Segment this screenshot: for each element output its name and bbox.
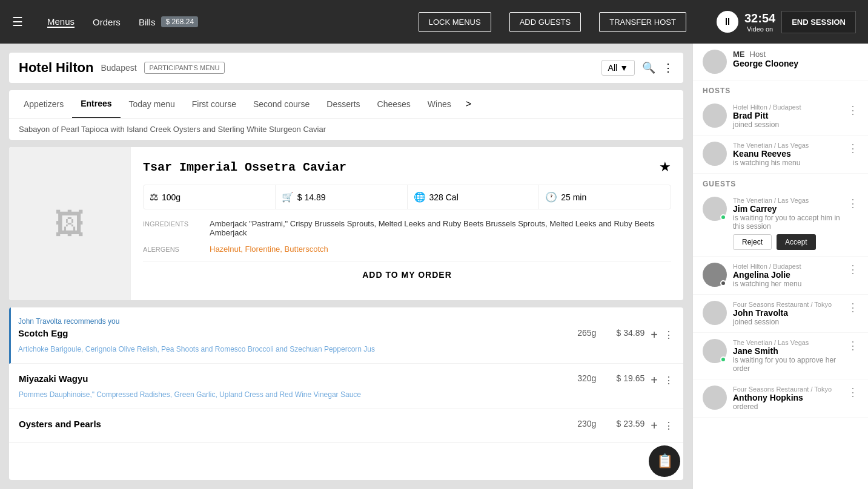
item-weight: 265g bbox=[560, 328, 596, 338]
main-layout: Hotel Hilton Budapest PARTICIPANT'S MENU… bbox=[0, 44, 868, 489]
item-name: Miyazaki Wagyu bbox=[19, 373, 554, 384]
participant-more-button[interactable]: ⋮ bbox=[847, 142, 858, 155]
tab-subtitle: Sabayon of Pearl Tapioca with Island Cre… bbox=[9, 119, 683, 140]
floating-order-button[interactable]: 📋 bbox=[649, 445, 680, 477]
participant-info: ME Host George Clooney bbox=[733, 50, 858, 68]
dish-price-stat: 🛒 $ 14.89 bbox=[276, 185, 408, 209]
accept-button[interactable]: Accept bbox=[777, 234, 816, 250]
participant-more-button[interactable]: ⋮ bbox=[847, 301, 858, 314]
participant-item: The Venetian / Las Vegas Jane Smith is w… bbox=[693, 333, 868, 379]
more-options-button[interactable]: ⋮ bbox=[663, 61, 674, 74]
participant-more-button[interactable]: ⋮ bbox=[847, 339, 858, 352]
participant-more-button[interactable]: ⋮ bbox=[847, 197, 858, 210]
me-label: ME bbox=[733, 50, 745, 59]
participant-info: The Venetian / Las Vegas Keanu Reeves is… bbox=[733, 142, 841, 167]
participant-more-button[interactable]: ⋮ bbox=[847, 386, 858, 399]
item-weight: 320g bbox=[560, 373, 596, 383]
dish-stats: ⚖ 100g 🛒 $ 14.89 🌐 328 Cal 🕐 25 min bbox=[143, 185, 671, 209]
participant-status: joined session bbox=[733, 318, 841, 326]
hotel-name: Hotel Hilton bbox=[19, 60, 93, 76]
add-guests-button[interactable]: ADD GUESTS bbox=[509, 12, 581, 32]
list-item: Oysters and Pearls 230g $ 23.59 + ⋮ bbox=[9, 409, 683, 443]
timer-section: ⏸ 32:54 Video on END SESSION bbox=[717, 11, 856, 33]
dish-calories: 328 Cal bbox=[429, 192, 459, 202]
participant-name: Brad Pitt bbox=[733, 111, 841, 120]
pause-button[interactable]: ⏸ bbox=[717, 11, 738, 33]
nav-orders[interactable]: Orders bbox=[93, 17, 121, 27]
participant-info: Four Seasons Restaurant / Tokyo Anthony … bbox=[733, 386, 841, 411]
tab-cheeses[interactable]: Cheeses bbox=[369, 91, 419, 117]
list-item: Miyazaki Wagyu 320g $ 19.65 + ⋮ Pommes D… bbox=[9, 364, 683, 409]
participant-more-button[interactable]: ⋮ bbox=[847, 103, 858, 117]
hamburger-icon[interactable]: ☰ bbox=[12, 15, 23, 29]
participant-venue: The Venetian / Las Vegas bbox=[733, 142, 841, 149]
nav-menus[interactable]: Menus bbox=[47, 16, 75, 28]
tab-entrees[interactable]: Entrees bbox=[72, 90, 120, 118]
participant-info: Hotel Hilton / Budapest Angelina Jolie i… bbox=[733, 263, 841, 288]
featured-dish-card: 🖼 Tsar Imperial Ossetra Caviar ★ ⚖ 100g … bbox=[9, 147, 683, 300]
participant-item: Hotel Hilton / Budapest Angelina Jolie i… bbox=[693, 257, 868, 295]
item-add-button[interactable]: + bbox=[651, 373, 658, 387]
participant-name: Angelina Jolie bbox=[733, 270, 841, 280]
favorite-button[interactable]: ★ bbox=[659, 159, 671, 175]
item-price: $ 23.59 bbox=[602, 419, 644, 428]
avatar bbox=[703, 197, 727, 221]
participant-item: Hotel Hilton / Budapest Brad Pitt joined… bbox=[693, 97, 868, 136]
guests-section-header: GUESTS bbox=[693, 174, 868, 191]
end-session-button[interactable]: END SESSION bbox=[781, 11, 856, 33]
lock-menus-button[interactable]: LOCK MENUS bbox=[419, 12, 491, 32]
tab-wines[interactable]: Wines bbox=[419, 91, 460, 117]
recommendation-text: John Travolta recommends you bbox=[18, 317, 674, 326]
tabs-more-button[interactable]: > bbox=[460, 90, 477, 118]
dish-title: Tsar Imperial Ossetra Caviar bbox=[143, 160, 346, 174]
item-add-button[interactable]: + bbox=[651, 419, 658, 433]
item-price: $ 19.65 bbox=[602, 373, 644, 383]
tab-appetizers[interactable]: Appetizers bbox=[15, 91, 72, 117]
tab-second-course[interactable]: Second course bbox=[245, 91, 318, 117]
search-button[interactable]: 🔍 bbox=[642, 61, 655, 74]
dish-title-row: Tsar Imperial Ossetra Caviar ★ bbox=[143, 159, 671, 175]
participant-more-button[interactable]: ⋮ bbox=[847, 263, 858, 276]
participant-name: John Travolta bbox=[733, 308, 841, 318]
item-add-button[interactable]: + bbox=[651, 328, 658, 342]
item-more-button[interactable]: ⋮ bbox=[664, 375, 674, 386]
item-actions: + ⋮ bbox=[651, 328, 674, 342]
participant-info: Four Seasons Restaurant / Tokyo John Tra… bbox=[733, 301, 841, 326]
participant-venue: Hotel Hilton / Budapest bbox=[733, 103, 841, 111]
item-row: Oysters and Pearls 230g $ 23.59 + ⋮ bbox=[19, 419, 674, 433]
avatar bbox=[703, 339, 727, 363]
tabs-bar: Appetizers Entrees Today menu First cour… bbox=[9, 90, 683, 119]
hotel-location: Budapest bbox=[101, 63, 136, 73]
hotel-header: Hotel Hilton Budapest PARTICIPANT'S MENU… bbox=[9, 53, 683, 83]
ingredients-value: Amberjack "Pastrami," Crispy Brussels Sp… bbox=[210, 219, 671, 237]
item-name: Scotch Egg bbox=[18, 328, 554, 338]
transfer-host-button[interactable]: TRANSFER HOST bbox=[599, 12, 686, 32]
participant-status: is waiting for you to approve her order bbox=[733, 356, 841, 373]
tab-first-course[interactable]: First course bbox=[184, 91, 245, 117]
avatar bbox=[703, 50, 727, 74]
hosts-section-header: HOSTS bbox=[693, 80, 868, 97]
avatar bbox=[703, 301, 727, 325]
bill-amount-badge: $ 268.24 bbox=[161, 16, 198, 27]
item-name: Oysters and Pearls bbox=[19, 419, 554, 429]
item-more-button[interactable]: ⋮ bbox=[664, 329, 674, 341]
filter-dropdown[interactable]: All ▼ bbox=[601, 60, 635, 76]
timer-info: 32:54 Video on bbox=[744, 11, 775, 33]
item-weight: 230g bbox=[560, 419, 596, 428]
nav-bills[interactable]: Bills bbox=[139, 17, 156, 27]
item-more-button[interactable]: ⋮ bbox=[664, 420, 674, 432]
participant-venue: The Venetian / Las Vegas bbox=[733, 197, 841, 204]
participant-status: is watching her menu bbox=[733, 280, 841, 288]
me-participant: ME Host George Clooney bbox=[693, 44, 868, 80]
participant-item: Four Seasons Restaurant / Tokyo John Tra… bbox=[693, 295, 868, 333]
tab-today-menu[interactable]: Today menu bbox=[121, 91, 184, 117]
participant-item: Four Seasons Restaurant / Tokyo Anthony … bbox=[693, 379, 868, 418]
reject-button[interactable]: Reject bbox=[733, 234, 772, 250]
add-to-order-button[interactable]: ADD TO MY ORDER bbox=[143, 261, 671, 288]
tab-desserts[interactable]: Desserts bbox=[318, 91, 368, 117]
participant-name: Keanu Reeves bbox=[733, 149, 841, 159]
status-dot bbox=[720, 214, 726, 220]
time-icon: 🕐 bbox=[545, 191, 557, 203]
participant-name: George Clooney bbox=[733, 59, 858, 68]
allergens-row: ALERGENS Hazelnut, Florentine, Buttersco… bbox=[143, 244, 671, 254]
